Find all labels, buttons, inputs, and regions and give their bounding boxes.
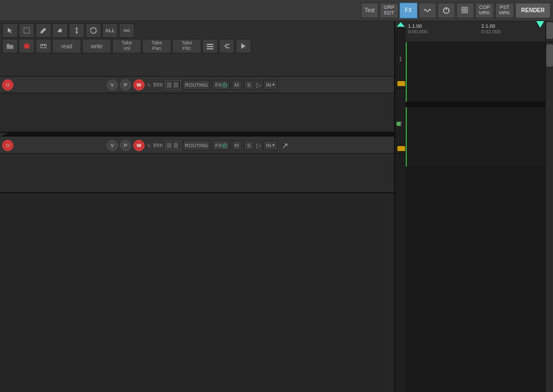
track-2-active-dot bbox=[396, 122, 401, 126]
svg-rect-5 bbox=[465, 11, 467, 13]
loop-icon bbox=[89, 27, 97, 34]
scroll-top-area bbox=[395, 21, 406, 29]
timeline-header: 1.1.00 0:00.000 2.1.00 0:02.000 bbox=[406, 21, 553, 42]
track-2-toggle-switch[interactable] bbox=[165, 141, 181, 150]
right-panel: 1.1.00 0:00.000 2.1.00 0:02.000 bbox=[406, 21, 553, 392]
main-area: ALL bbox=[0, 21, 553, 392]
track-2-in-btn[interactable]: IN ▾ bbox=[263, 140, 277, 150]
take-pitch-btn[interactable]: TakePitc bbox=[172, 39, 201, 53]
track-1-controls-top: O V P W ∿ trim ROUTING FX bbox=[0, 77, 394, 93]
svg-rect-3 bbox=[465, 7, 467, 9]
grp-edt-button[interactable]: GRP EDT bbox=[380, 3, 398, 18]
grid2-btn[interactable] bbox=[202, 39, 218, 53]
fx-button[interactable]: FX bbox=[400, 3, 417, 18]
grid-button[interactable] bbox=[456, 3, 474, 18]
record-tool[interactable] bbox=[19, 39, 34, 53]
track-1-p-btn[interactable]: P bbox=[120, 79, 131, 91]
erase-tool[interactable] bbox=[52, 23, 68, 38]
toolbar-row1: ALL bbox=[2, 23, 392, 38]
cursor-arrow-indicator: ↗ bbox=[282, 141, 288, 150]
track-1-w-btn[interactable]: W bbox=[133, 79, 145, 91]
route-btn[interactable] bbox=[219, 39, 235, 53]
track-1-m-btn[interactable]: M bbox=[232, 80, 242, 90]
all-tool[interactable]: ALL bbox=[102, 23, 118, 38]
record-icon bbox=[23, 42, 31, 50]
play-btn[interactable] bbox=[236, 39, 251, 53]
svg-rect-2 bbox=[462, 7, 464, 9]
tracks-area: O V P W ∿ trim ROUTING FX bbox=[0, 77, 394, 392]
svg-rect-15 bbox=[207, 44, 213, 45]
track-1-toggle-switch[interactable] bbox=[165, 81, 181, 89]
test-button[interactable]: Test bbox=[361, 3, 378, 18]
track-2-v-btn[interactable]: V bbox=[107, 140, 118, 151]
track-2-m-btn[interactable]: M bbox=[232, 140, 242, 150]
track-1-folder-icon[interactable] bbox=[397, 81, 405, 86]
split-tool[interactable] bbox=[69, 23, 84, 38]
erase-icon bbox=[56, 27, 64, 34]
toolbar-row2: read write TakeVol TakePan TakePitc bbox=[2, 39, 392, 53]
track-1-in-btn[interactable]: IN ▾ bbox=[263, 80, 277, 90]
marker-2-sublabel: 0:02.000 bbox=[481, 29, 501, 34]
svg-rect-12 bbox=[41, 44, 46, 48]
svg-rect-6 bbox=[24, 28, 29, 33]
track-1-meter: -60 -54 -48 -42 -36 -30 -24 -18 -12 -6 - bbox=[0, 93, 394, 132]
fx-chain-tool[interactable] bbox=[119, 23, 134, 38]
track-2-s-btn[interactable]: S bbox=[244, 140, 254, 150]
cursor-tool[interactable] bbox=[2, 23, 18, 38]
track-2-w-btn[interactable]: W bbox=[133, 140, 145, 151]
draw-icon bbox=[39, 27, 47, 34]
track-2-record-btn[interactable]: O bbox=[2, 140, 13, 151]
left-panel: ALL bbox=[0, 21, 395, 392]
track-2-fx-btn[interactable]: FX ⏻ bbox=[212, 140, 230, 150]
midi-tool[interactable] bbox=[36, 39, 51, 53]
svg-point-9 bbox=[127, 29, 129, 32]
track-1-routing-btn[interactable]: ROUTING bbox=[183, 80, 211, 90]
track-1-trim-label: trim bbox=[153, 82, 163, 88]
select-tool[interactable] bbox=[19, 23, 34, 38]
folder-tool[interactable] bbox=[2, 39, 18, 53]
track-2-routing-btn[interactable]: ROUTING bbox=[183, 140, 211, 150]
power-button[interactable] bbox=[437, 3, 455, 18]
take-vol-btn[interactable]: TakeVol bbox=[112, 39, 141, 53]
svg-rect-14 bbox=[44, 44, 45, 46]
cursor-icon bbox=[6, 27, 14, 34]
cop-mrk-button[interactable]: COP MRK bbox=[475, 3, 494, 18]
wave-button[interactable] bbox=[419, 3, 436, 18]
write-btn[interactable]: write bbox=[82, 39, 111, 53]
midi-icon bbox=[39, 42, 47, 50]
track-1-s-btn[interactable]: S bbox=[244, 80, 254, 90]
track-1-v-btn[interactable]: V bbox=[107, 79, 118, 91]
track-1-record-btn[interactable]: O bbox=[2, 79, 13, 91]
v-scrollbar-top[interactable] bbox=[545, 21, 553, 42]
loop-tool[interactable] bbox=[86, 23, 101, 38]
svg-rect-16 bbox=[207, 46, 213, 47]
v-scroll-thumb-right[interactable] bbox=[546, 44, 553, 67]
read-btn[interactable]: read bbox=[52, 39, 81, 53]
track-1-fx-btn[interactable]: FX ⏻ bbox=[212, 80, 230, 90]
top-toolbar: Test GRP EDT FX COP MRK PST MRK RENDER bbox=[0, 0, 553, 21]
track-2-controls-top: O V P W ∿ trim ROUTING FX bbox=[0, 137, 394, 154]
track-2-num-cell: 2 bbox=[395, 94, 406, 154]
svg-point-8 bbox=[124, 29, 126, 32]
take-pan-btn[interactable]: TakePan bbox=[142, 39, 171, 53]
draw-tool[interactable] bbox=[36, 23, 51, 38]
grid2-icon bbox=[206, 42, 214, 50]
track-2-wave-icon: ∿ bbox=[147, 143, 151, 148]
timeline-marker-1: 1.1.00 0:00.000 bbox=[408, 23, 427, 34]
route-icon bbox=[223, 42, 231, 50]
track-1-wave-icon: ∿ bbox=[147, 82, 151, 88]
v-scroll-thumb[interactable] bbox=[546, 22, 553, 39]
pst-mrk-button[interactable]: PST MRK bbox=[495, 3, 514, 18]
arrangement-track-1-row bbox=[406, 42, 553, 102]
power-icon bbox=[442, 7, 450, 14]
grid-icon bbox=[461, 7, 469, 14]
track-1-send-arrow: ▷ bbox=[256, 81, 261, 89]
track-1-num-cell: 1 bbox=[395, 29, 406, 89]
marker-1-sublabel: 0:00.000 bbox=[408, 29, 427, 34]
render-button[interactable]: RENDER bbox=[515, 3, 551, 18]
marker-1-label: 1.1.00 bbox=[408, 23, 427, 29]
v-scrollbar-right[interactable] bbox=[545, 42, 553, 392]
track-2-folder-icon[interactable] bbox=[397, 146, 405, 151]
track-2-p-btn[interactable]: P bbox=[120, 140, 131, 151]
timeline-marker-2: 2.1.00 0:02.000 bbox=[481, 23, 501, 34]
